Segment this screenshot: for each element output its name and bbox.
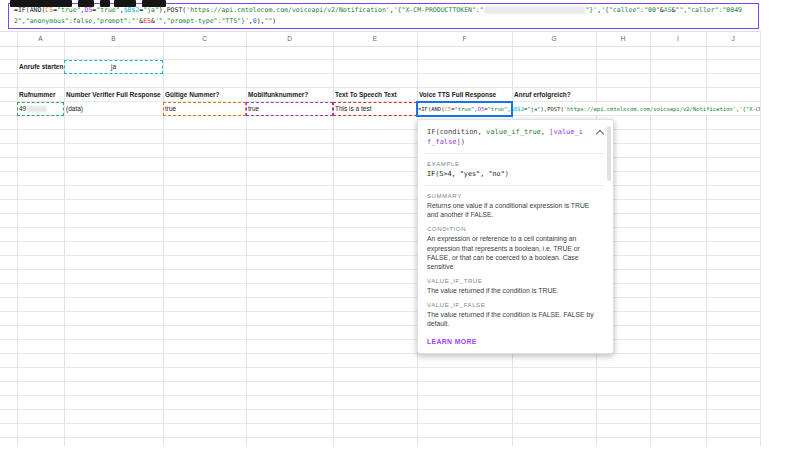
summary-text: Returns one value if a conditional expre… [427, 201, 601, 219]
formula-line-2: 2","anonymous":false,"prompt":"'&E5&'","… [14, 16, 753, 27]
redacted-blob [10, 0, 72, 7]
grid-vline [706, 31, 707, 446]
column-header-j[interactable]: J [706, 31, 760, 46]
condition-text: An expression or reference to a cell con… [427, 234, 601, 271]
column-header-a[interactable]: A [17, 31, 64, 46]
grid-vline [64, 31, 65, 446]
grid-vline [760, 31, 761, 446]
cell-d5[interactable]: true [248, 102, 331, 116]
column-header-f[interactable]: F [417, 31, 512, 46]
column-header-g[interactable]: G [512, 31, 596, 46]
function-signature: IF(condition, value_if_true, [value_if_f… [427, 127, 601, 147]
cell-editor-f5[interactable]: =IF(AND(C5="true",D5="true",$B$2="ja"),P… [418, 103, 760, 115]
learn-more-link[interactable]: LEARN MORE [427, 338, 601, 345]
cell-a5-value: 49 [19, 105, 26, 112]
cell-e5[interactable]: This is a test [335, 102, 415, 116]
cell-c5[interactable]: true [165, 102, 244, 116]
grid-vline [333, 31, 334, 446]
collapse-chevron-icon[interactable] [595, 130, 604, 139]
grid-vline [163, 31, 164, 446]
column-header-h[interactable]: H [596, 31, 650, 46]
header-voice-tts[interactable]: Voice TTS Full Response [419, 88, 511, 102]
value-if-true-label: VALUE_IF_TRUE [427, 278, 601, 284]
condition-label: CONDITION [427, 226, 601, 232]
redacted-blob [100, 0, 110, 7]
column-header-c[interactable]: C [163, 31, 246, 46]
function-help-tooltip: IF(condition, value_if_true, [value_if_f… [417, 119, 614, 354]
value-if-false-label: VALUE_IF_FALSE [427, 302, 601, 308]
divider [424, 153, 604, 154]
redacted-blob [114, 0, 136, 7]
grid-hline [0, 46, 760, 47]
header-mobilfunknummer[interactable]: Mobilfunknummer? [248, 88, 332, 102]
redacted-blob [142, 0, 166, 7]
divider [424, 185, 604, 186]
summary-label: SUMMARY [427, 193, 601, 199]
column-header-d[interactable]: D [246, 31, 333, 46]
example-code: IF(5>4, "yes", "no") [427, 169, 601, 179]
cell-a5[interactable]: 49 [19, 102, 63, 116]
header-tts-text[interactable]: Text To Speech Text [335, 88, 416, 102]
grid-vline [650, 31, 651, 446]
value-if-true-text: The value returned if the condition is T… [427, 286, 601, 295]
redacted-blob [78, 0, 94, 7]
header-anruf-erfolgreich[interactable]: Anruf erfolgreich? [514, 88, 614, 102]
header-gueltige-nummer[interactable]: Gültige Nummer? [165, 88, 245, 102]
column-header-i[interactable]: I [650, 31, 706, 46]
tooltip-scrollbar[interactable] [607, 126, 611, 181]
grid-vline [17, 31, 18, 446]
header-rufnummer[interactable]: Rufnummer [19, 88, 64, 102]
cell-b5[interactable]: (data) [66, 102, 161, 116]
cell-b2[interactable]: ja [64, 60, 163, 74]
column-header-b[interactable]: B [64, 31, 163, 46]
value-if-false-text: The value returned if the condition is F… [427, 310, 601, 328]
example-label: EXAMPLE [427, 161, 601, 167]
cell-formula-part1: =IF(AND(C5="true",D5="true",$B$2="ja"),P… [418, 106, 760, 112]
header-number-verifier[interactable]: Number Verifier Full Response [66, 88, 162, 102]
grid-vline [246, 31, 247, 446]
column-header-e[interactable]: E [333, 31, 417, 46]
redacted-phone [27, 106, 47, 112]
